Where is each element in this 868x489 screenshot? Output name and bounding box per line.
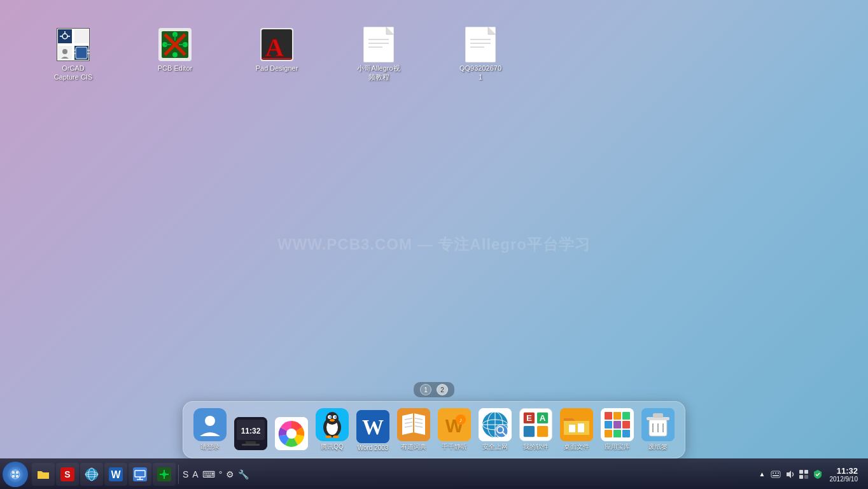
ql-icon-1[interactable]: S xyxy=(181,469,190,479)
dock-item-internet[interactable]: 安全上网 xyxy=(476,407,514,453)
dock-icon-dictionary xyxy=(397,408,430,441)
orcad-label2: Capture CIS xyxy=(54,73,93,82)
svg-point-113 xyxy=(11,470,20,479)
taskbar-pinned: S W xyxy=(32,463,176,486)
ql-icon-5[interactable]: ⚙ xyxy=(225,469,235,479)
dock-label-dictionary: 有道词典 xyxy=(401,443,426,451)
dock-item-contacts[interactable]: 请登录 xyxy=(191,407,229,453)
pcb-editor-label: PCB Editor xyxy=(158,64,192,73)
svg-rect-109 xyxy=(653,413,663,418)
watermark: WWW.PCB3.COM — 专注Allegro平台学习 xyxy=(277,234,591,255)
svg-rect-141 xyxy=(804,470,808,474)
dock-item-software[interactable]: E A 我的软件 xyxy=(517,407,555,453)
svg-rect-90 xyxy=(537,426,548,437)
desktop-icon-allegro-video[interactable]: 小哥Allegro视 频教程 xyxy=(353,25,404,85)
svg-rect-136 xyxy=(775,472,776,474)
dock-label-software: 我的软件 xyxy=(523,443,549,451)
tray-keyboard-icon[interactable] xyxy=(770,469,781,480)
svg-rect-102 xyxy=(622,421,630,429)
dock-icon-color xyxy=(275,417,308,450)
svg-point-55 xyxy=(326,412,339,425)
svg-point-61 xyxy=(325,436,332,438)
tray-expand[interactable]: ▲ xyxy=(757,471,767,478)
dock-item-word[interactable]: W Word 2003 xyxy=(354,409,392,453)
dock-item-qq[interactable]: 腾讯QQ xyxy=(313,407,351,453)
desktop-icon-pad[interactable]: A Pad Designer xyxy=(251,25,302,75)
svg-rect-104 xyxy=(613,430,621,437)
ql-icon-4[interactable]: ° xyxy=(218,469,224,479)
dock-item-dictionary[interactable]: 有道词典 xyxy=(395,407,433,453)
dock-bar: 请登录 11:32 xyxy=(183,401,685,458)
svg-rect-98 xyxy=(613,412,621,420)
start-button-inner xyxy=(8,467,23,482)
dock-item-monitor[interactable]: 11:32 xyxy=(232,416,270,453)
dock-item-trash[interactable]: 废纸篓 xyxy=(639,407,677,453)
svg-rect-142 xyxy=(799,475,803,479)
svg-rect-2 xyxy=(74,29,88,43)
taskbar-divider-1 xyxy=(178,465,179,484)
dock-item-desktop-files[interactable]: 桌面文件 xyxy=(557,407,596,453)
dock-label-desktop-files: 桌面文件 xyxy=(564,443,589,451)
svg-text:W: W xyxy=(362,415,384,439)
svg-rect-137 xyxy=(778,472,779,474)
svg-rect-48 xyxy=(246,441,256,444)
svg-point-14 xyxy=(62,49,67,54)
pad-designer-icon: A xyxy=(260,28,293,61)
taskbar-btn-pcb[interactable] xyxy=(153,463,176,486)
taskbar-btn-browser[interactable] xyxy=(80,463,103,486)
start-button[interactable] xyxy=(3,462,28,487)
desktop-icon-qq-file[interactable]: QQ93202670 1 xyxy=(455,25,506,85)
qq-file-icon xyxy=(464,28,497,61)
ql-icon-2[interactable]: A xyxy=(191,469,199,479)
dock-icon-contacts xyxy=(193,408,227,441)
svg-rect-100 xyxy=(605,421,612,429)
dock-label-contacts: 请登录 xyxy=(200,443,220,451)
app-dock: 1 2 请登录 11:32 xyxy=(183,382,685,458)
taskbar-btn-explorer[interactable] xyxy=(32,463,55,486)
svg-point-62 xyxy=(333,436,339,438)
dock-icon-trash xyxy=(641,408,675,441)
taskbar-btn-sogou[interactable]: S xyxy=(56,463,79,486)
tray-volume-icon[interactable] xyxy=(784,469,795,480)
dock-icon-qq xyxy=(316,408,349,441)
svg-rect-140 xyxy=(799,470,803,474)
svg-rect-134 xyxy=(771,471,780,478)
svg-rect-117 xyxy=(16,475,18,478)
svg-text:S: S xyxy=(64,469,70,479)
dock-page-1[interactable]: 1 xyxy=(420,384,431,395)
orcad-label: OrCAD xyxy=(62,64,84,73)
dock-item-app-store[interactable]: 应用宝库 xyxy=(598,407,636,453)
orcad-icon xyxy=(57,28,90,61)
dock-page-2[interactable]: 2 xyxy=(437,384,448,395)
dock-item-music[interactable]: W ♪ 千千静听 xyxy=(435,407,473,453)
quick-launch: S A ⌨ ° ⚙ 🔧 xyxy=(181,469,250,479)
desktop-icon-orcad[interactable]: OrCAD Capture CIS xyxy=(48,25,99,85)
tray-network-icon[interactable] xyxy=(798,469,809,480)
svg-rect-114 xyxy=(12,471,15,474)
svg-point-133 xyxy=(162,472,166,476)
dock-label-internet: 安全上网 xyxy=(482,443,508,451)
dock-icon-monitor: 11:32 xyxy=(234,417,267,450)
svg-marker-139 xyxy=(787,471,791,478)
system-clock[interactable]: 11:32 2012/9/10 xyxy=(826,466,862,483)
allegro-video-label2: 频教程 xyxy=(368,73,389,82)
taskbar: S W xyxy=(0,458,868,489)
tray-security-icon[interactable] xyxy=(812,469,823,480)
ql-icon-6[interactable]: 🔧 xyxy=(237,469,250,479)
dock-icon-software: E A xyxy=(519,408,552,441)
desktop-icon-pcb[interactable]: PCB Editor xyxy=(150,25,200,75)
dock-item-color[interactable] xyxy=(272,416,311,453)
dock-label-music: 千千静听 xyxy=(442,443,467,451)
dock-label-word: Word 2003 xyxy=(358,444,389,451)
svg-text:A: A xyxy=(265,33,284,61)
dock-label-trash: 废纸篓 xyxy=(648,443,668,451)
dock-label-app-store: 应用宝库 xyxy=(605,443,630,451)
svg-rect-135 xyxy=(773,472,774,474)
svg-point-59 xyxy=(335,416,337,418)
clock-time: 11:32 xyxy=(830,466,858,476)
ql-icon-3[interactable]: ⌨ xyxy=(201,469,216,479)
svg-point-51 xyxy=(286,429,297,439)
allegro-video-label: 小哥Allegro视 xyxy=(357,64,400,73)
taskbar-btn-network[interactable] xyxy=(129,463,151,486)
taskbar-btn-word[interactable]: W xyxy=(104,463,127,486)
